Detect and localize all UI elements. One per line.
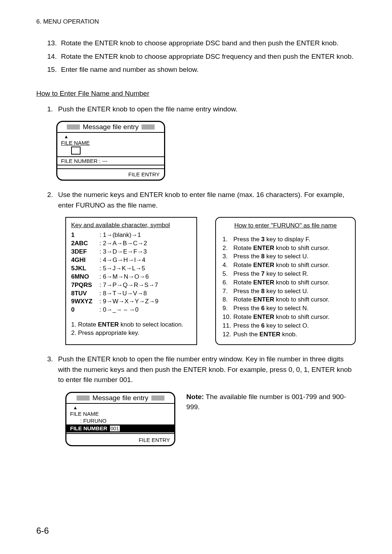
step-number: 13.	[47, 38, 61, 49]
sub-step-3: 3. Push the ENTER knob to open the file …	[47, 354, 356, 385]
up-arrow-icon: ▲	[61, 134, 160, 139]
page-number: 6-6	[36, 526, 49, 536]
howto-step: 1.Press the 3 key to display F.	[222, 235, 348, 244]
howto-step: 3.Press the 8 key to select U.	[222, 252, 348, 261]
file-name-label: FILE NAME	[70, 411, 171, 417]
sub-steps: 1. Push the ENTER knob to open the file …	[47, 104, 356, 446]
howto-step: 7.Press the 8 key to select U.	[222, 287, 348, 296]
key-row-5: 5JKL: 5→J→K→L→5	[71, 264, 191, 273]
key-box-header: Key and available character, symbol	[71, 221, 191, 230]
key-row-1: 1: 1→(blank)→1	[71, 231, 191, 239]
key-character-box: Key and available character, symbol 1: 1…	[65, 217, 197, 345]
two-column-info: Key and available character, symbol 1: 1…	[65, 217, 356, 345]
howto-step: 12.Push the ENTER knob.	[222, 330, 348, 339]
step-number: 14.	[47, 52, 61, 62]
howto-step: 8.Rotate ENTER knob to shift cursor.	[222, 295, 348, 304]
key-row-6: 6MNO: 6→M→N→O→6	[71, 273, 191, 281]
step-13: 13. Rotate the ENTER knob to choose appr…	[47, 38, 356, 49]
step-text: Enter file name and number as shown belo…	[61, 65, 356, 75]
step-14: 14. Rotate the ENTER knob to choose appr…	[47, 52, 356, 62]
key-row-7: 7PQRS: 7→P→Q→R→S→7	[71, 281, 191, 290]
file-number-note: Note: The available file number is 001-7…	[186, 392, 356, 413]
title-bar-decoration-right	[151, 395, 164, 401]
key-row-3: 3DEF: 3→D→E→F→3	[71, 248, 191, 256]
file-entry-label: FILE ENTRY	[66, 435, 174, 445]
section-header: 6. MENU OPERATION	[36, 18, 356, 25]
file-name-input-box	[71, 147, 81, 155]
lcd-title: Message file entry	[83, 123, 139, 131]
key-box-notes: 1. Rotate ENTER knob to select location.…	[71, 321, 191, 337]
step3-row: Message file entry ▲ FILE NAME : FURUNO …	[65, 392, 356, 446]
step-text: Rotate the ENTER knob to choose appropri…	[61, 38, 356, 49]
sub-step-number: 2.	[47, 190, 58, 210]
key-row-0: 0: 0→_→ – →0	[71, 306, 191, 314]
file-name-value: : FURUNO	[70, 418, 171, 424]
lcd-title-bar: Message file entry	[57, 122, 164, 133]
lcd-screen-2: Message file entry ▲ FILE NAME : FURUNO …	[65, 392, 175, 446]
howto-step: 2.Rotate ENTER knob to shift cursor.	[222, 244, 348, 253]
key-row-2: 2ABC: 2→A→B→C→2	[71, 239, 191, 248]
sub-step-text: Push the ENTER knob to open the file num…	[58, 354, 356, 385]
title-bar-decoration-left	[67, 124, 80, 130]
sub-step-2: 2. Use the numeric keys and ENTER knob t…	[47, 190, 356, 210]
file-number-label: FILE NUMBER	[70, 425, 107, 431]
file-entry-label: FILE ENTRY	[57, 170, 164, 180]
howto-step: 11.Press the 6 key to select O.	[222, 321, 348, 330]
file-number-row: FILE NUMBER 001	[66, 424, 174, 432]
title-bar-decoration-right	[142, 124, 155, 130]
step-number: 15.	[47, 65, 61, 75]
lcd-title-bar: Message file entry	[66, 393, 174, 404]
howto-furuno-box: How to enter "FURUNO" as file name 1.Pre…	[215, 217, 356, 345]
sub-step-text: Use the numeric keys and ENTER knob to e…	[58, 190, 356, 210]
up-arrow-icon: ▲	[70, 405, 171, 410]
sub-step-1: 1. Push the ENTER knob to open the file …	[47, 104, 356, 115]
key-row-9: 9WXYZ: 9→W→X→Y→Z→9	[71, 297, 191, 306]
howto-step: 6.Rotate ENTER knob to shift cursor.	[222, 278, 348, 287]
howto-step: 4.Rotate ENTER knob to shift cursor.	[222, 261, 348, 270]
main-steps: 13. Rotate the ENTER knob to choose appr…	[47, 38, 356, 75]
howto-step: 10.Rotate ENTER knob to shift cursor.	[222, 313, 348, 321]
howto-step: 9.Press the 6 key to select N.	[222, 304, 348, 313]
title-bar-decoration-left	[77, 395, 90, 401]
lcd-screen-1: Message file entry ▲ FILE NAME FILE NUMB…	[56, 121, 165, 181]
sub-step-text: Push the ENTER knob to open the file nam…	[58, 104, 356, 115]
sub-step-number: 3.	[47, 354, 58, 385]
file-number-value: 001	[110, 425, 120, 432]
subsection-title: How to Enter File Name and Number	[36, 90, 356, 98]
howto-header: How to enter "FURUNO" as file name	[222, 221, 348, 230]
file-number-label: FILE NUMBER : ---	[61, 158, 160, 164]
lcd-title: Message file entry	[93, 394, 148, 402]
step-15: 15. Enter file name and number as shown …	[47, 65, 356, 75]
key-row-8: 8TUV: 8→T→U→V→8	[71, 290, 191, 298]
key-row-4: 4GHI: 4→G→H→I→4	[71, 256, 191, 264]
howto-step: 5.Press the 7 key to select R.	[222, 270, 348, 278]
sub-step-number: 1.	[47, 104, 58, 115]
step-text: Rotate the ENTER knob to choose appropri…	[61, 52, 356, 62]
file-name-label: FILE NAME	[61, 140, 160, 146]
